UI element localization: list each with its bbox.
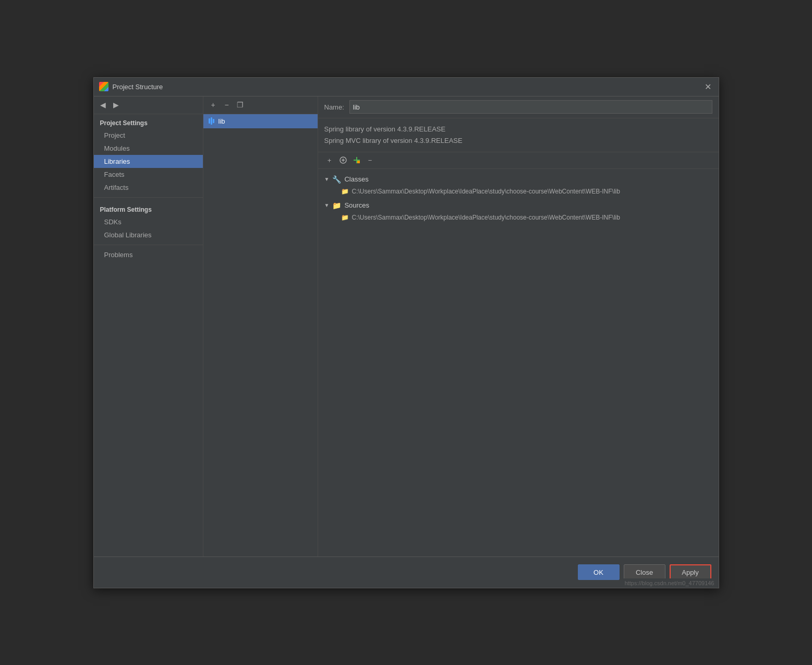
tree-toolbar: + −	[318, 152, 719, 169]
add-library-button[interactable]: +	[208, 99, 219, 111]
copy-library-button[interactable]: ❐	[235, 99, 246, 111]
platform-settings-header: Platform Settings	[94, 201, 203, 215]
classes-label: Classes	[344, 175, 368, 183]
classes-group: ▼ 🔧 Classes 📁 C:\Users\Sammax\Desktop\Wo…	[318, 173, 719, 197]
library-info: Spring library of version 4.3.9.RELEASE …	[318, 118, 719, 152]
tree-add-to-button[interactable]	[338, 155, 348, 165]
title-bar: Project Structure ✕	[94, 78, 719, 96]
classes-path-item: 📁 C:\Users\Sammax\Desktop\Workplace\Idea…	[318, 186, 719, 197]
sources-group-header[interactable]: ▼ 📁 Sources	[318, 199, 719, 212]
library-info-line-1: Spring library of version 4.3.9.RELEASE	[324, 124, 712, 135]
dialog-title: Project Structure	[113, 83, 703, 91]
sidebar-item-problems[interactable]: Problems	[94, 248, 203, 261]
ok-button[interactable]: OK	[578, 564, 620, 580]
library-icon	[209, 117, 214, 125]
middle-panel: + − ❐ lib	[203, 96, 318, 557]
sources-label: Sources	[344, 201, 369, 209]
sidebar-item-facets[interactable]: Facets	[94, 168, 203, 181]
classes-icon: 🔧	[332, 175, 341, 184]
folder-icon: 📁	[341, 188, 349, 195]
right-header: Name:	[318, 96, 719, 118]
middle-toolbar: + − ❐	[203, 96, 318, 114]
dialog-body: ◀ ▶ Project Settings Project Modules Lib…	[94, 96, 719, 557]
close-button[interactable]: ✕	[703, 81, 713, 92]
name-input[interactable]	[349, 100, 712, 114]
library-info-line-2: Spring MVC library of version 4.3.9.RELE…	[324, 135, 712, 147]
tree-add-button[interactable]: +	[324, 155, 335, 165]
url-bar: https://blog.csdn.net/m0_47709146	[621, 578, 719, 588]
library-list: lib	[203, 114, 318, 557]
sidebar-item-global-libraries[interactable]: Global Libraries	[94, 228, 203, 241]
sidebar-item-sdks[interactable]: SDKs	[94, 215, 203, 228]
sources-path: C:\Users\Sammax\Desktop\Workplace\IdeaPl…	[352, 214, 620, 221]
app-icon	[99, 82, 108, 91]
library-item-lib[interactable]: lib	[203, 114, 318, 128]
svg-rect-5	[357, 161, 360, 163]
project-structure-dialog: Project Structure ✕ ◀ ▶ Project Settings…	[93, 77, 719, 588]
classes-path: C:\Users\Sammax\Desktop\Workplace\IdeaPl…	[352, 188, 620, 195]
tree-remove-button[interactable]: −	[365, 155, 375, 165]
apply-button[interactable]: Apply	[670, 564, 711, 580]
back-button[interactable]: ◀	[98, 100, 108, 110]
right-panel: Name: Spring library of version 4.3.9.RE…	[318, 96, 719, 557]
sidebar-item-modules[interactable]: Modules	[94, 142, 203, 155]
add-green-icon	[353, 156, 361, 164]
sources-path-item: 📁 C:\Users\Sammax\Desktop\Workplace\Idea…	[318, 212, 719, 223]
sources-icon: 📁	[332, 201, 341, 210]
tree-content: ▼ 🔧 Classes 📁 C:\Users\Sammax\Desktop\Wo…	[318, 169, 719, 557]
sidebar-item-artifacts[interactable]: Artifacts	[94, 181, 203, 194]
project-settings-header: Project Settings	[94, 114, 203, 129]
sources-folder-icon: 📁	[341, 214, 349, 221]
sidebar-item-project[interactable]: Project	[94, 129, 203, 142]
sidebar-divider	[94, 197, 203, 198]
forward-button[interactable]: ▶	[111, 100, 121, 110]
add-to-icon	[339, 156, 347, 164]
library-item-label: lib	[219, 117, 225, 125]
cancel-button[interactable]: Close	[624, 564, 665, 580]
remove-library-button[interactable]: −	[221, 99, 233, 111]
classes-group-header[interactable]: ▼ 🔧 Classes	[318, 173, 719, 186]
sources-chevron: ▼	[324, 202, 330, 208]
sidebar-item-libraries[interactable]: Libraries	[94, 155, 203, 168]
name-label: Name:	[324, 103, 344, 111]
tree-add-green-button[interactable]	[352, 155, 362, 165]
sidebar: ◀ ▶ Project Settings Project Modules Lib…	[94, 96, 203, 557]
classes-chevron: ▼	[324, 176, 330, 182]
sources-group: ▼ 📁 Sources 📁 C:\Users\Sammax\Desktop\Wo…	[318, 199, 719, 223]
sidebar-nav-bar: ◀ ▶	[94, 96, 203, 114]
sidebar-divider-2	[94, 245, 203, 245]
svg-rect-4	[356, 157, 357, 163]
